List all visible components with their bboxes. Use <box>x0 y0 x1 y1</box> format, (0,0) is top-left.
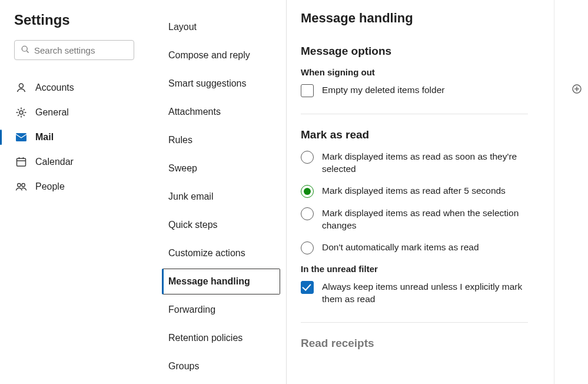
divider <box>301 322 528 323</box>
mail-subnav: LayoutCompose and replySmart suggestions… <box>150 0 286 384</box>
search-settings[interactable] <box>14 40 134 60</box>
add-icon[interactable] <box>570 82 583 95</box>
section-heading-read-receipts: Read receipts <box>301 337 528 350</box>
divider <box>301 114 528 114</box>
mail-icon <box>15 131 27 143</box>
sidebar-item-label: Mail <box>35 132 54 143</box>
section-heading-message-options: Message options <box>301 45 528 58</box>
subnav-item-sweep[interactable]: Sweep <box>162 155 280 181</box>
subheading-unread-filter: In the unread filter <box>301 264 528 274</box>
sidebar-item-label: People <box>35 181 65 192</box>
person-icon <box>15 82 27 94</box>
sidebar-item-general[interactable]: General <box>14 100 139 125</box>
svg-point-9 <box>22 184 25 187</box>
right-gutter <box>554 0 588 384</box>
checkbox-empty-deleted[interactable] <box>301 84 314 97</box>
subnav-item-attachments[interactable]: Attachments <box>162 99 280 125</box>
radio-label: Mark displayed items as read after 5 sec… <box>322 185 506 197</box>
calendar-icon <box>15 156 27 168</box>
svg-point-0 <box>22 46 27 51</box>
gear-icon <box>15 107 27 118</box>
radio-label: Mark displayed items as read when the se… <box>322 207 528 232</box>
radio-mark-read-never[interactable] <box>301 241 314 254</box>
sidebar-item-mail[interactable]: Mail <box>14 125 139 150</box>
svg-rect-4 <box>17 158 26 166</box>
subnav-item-customize-actions[interactable]: Customize actions <box>162 240 280 266</box>
radio-label: Mark displayed items as read as soon as … <box>322 151 528 176</box>
sidebar-item-label: Calendar <box>35 157 74 167</box>
search-input[interactable] <box>34 45 146 55</box>
sidebar-item-label: General <box>35 107 69 118</box>
search-icon <box>21 45 29 56</box>
page-title: Message handling <box>301 11 540 26</box>
svg-point-3 <box>19 111 23 114</box>
svg-point-2 <box>19 84 24 88</box>
subnav-item-junk-email[interactable]: Junk email <box>162 184 280 210</box>
section-heading-mark-as-read: Mark as read <box>301 128 528 141</box>
radio-mark-read-selection-change[interactable] <box>301 207 314 220</box>
svg-line-1 <box>27 51 29 52</box>
checkbox-label: Empty my deleted items folder <box>322 84 444 97</box>
sidebar-item-label: Accounts <box>35 82 74 93</box>
sidebar-item-calendar[interactable]: Calendar <box>14 150 139 174</box>
subnav-item-smart-suggestions[interactable]: Smart suggestions <box>162 71 280 97</box>
sidebar-item-people[interactable]: People <box>14 174 139 199</box>
sidebar-item-accounts[interactable]: Accounts <box>14 75 139 100</box>
settings-detail-pane: Message handling Message options When si… <box>287 0 554 384</box>
subnav-item-rules[interactable]: Rules <box>162 127 280 153</box>
checkbox-keep-unread[interactable] <box>301 281 314 294</box>
subnav-item-retention-policies[interactable]: Retention policies <box>162 325 280 351</box>
subnav-item-compose-and-reply[interactable]: Compose and reply <box>162 42 280 68</box>
settings-title: Settings <box>14 12 139 28</box>
subnav-item-message-handling[interactable]: Message handling <box>162 269 280 294</box>
radio-label: Don't automatically mark items as read <box>322 241 479 254</box>
subnav-item-forwarding[interactable]: Forwarding <box>162 297 280 323</box>
radio-mark-read-immediate[interactable] <box>301 151 314 164</box>
subnav-item-layout[interactable]: Layout <box>162 14 280 40</box>
subnav-item-quick-steps[interactable]: Quick steps <box>162 212 280 238</box>
subnav-item-groups[interactable]: Groups <box>162 353 280 379</box>
people-icon <box>15 181 27 193</box>
settings-scroll-region[interactable]: Message options When signing out Empty m… <box>301 45 540 375</box>
subheading-signout: When signing out <box>301 67 528 77</box>
settings-sidebar: Settings Accounts General <box>0 0 150 384</box>
checkbox-label: Always keep items unread unless I explic… <box>322 281 528 306</box>
radio-mark-read-delay[interactable] <box>301 185 314 198</box>
svg-point-8 <box>18 184 21 187</box>
